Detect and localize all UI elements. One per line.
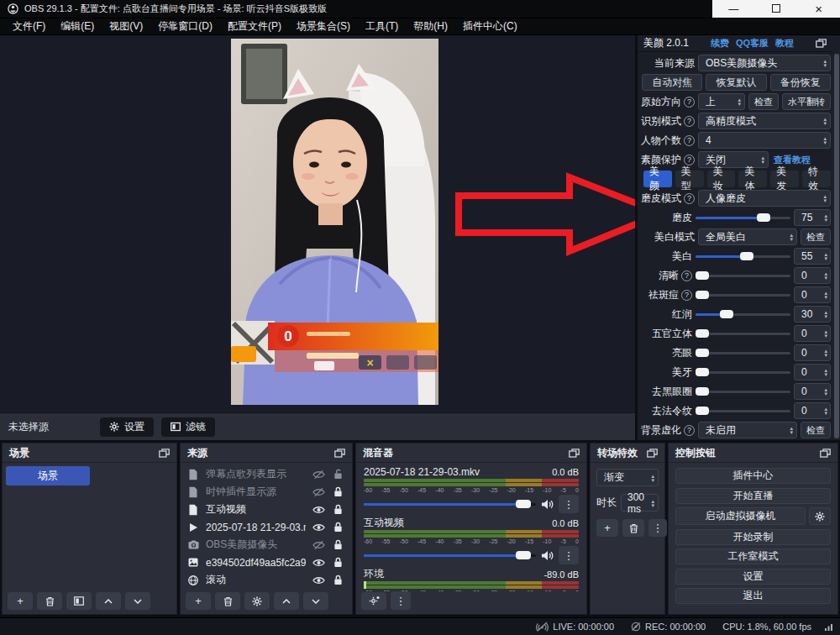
source-row[interactable]: 2025-07-18 21-29-03.mkv bbox=[181, 518, 352, 536]
start-streaming-button[interactable]: 开始直播 bbox=[675, 488, 831, 504]
volume-slider[interactable] bbox=[364, 545, 536, 565]
settings-button[interactable]: 设置 bbox=[675, 569, 831, 585]
blemish-slider[interactable] bbox=[696, 286, 790, 303]
menu-profile[interactable]: 配置文件(P) bbox=[220, 19, 289, 34]
slider-handle[interactable] bbox=[696, 407, 709, 415]
slider-handle[interactable] bbox=[720, 310, 733, 318]
eye-visible-icon[interactable] bbox=[312, 522, 325, 533]
source-row[interactable]: OBS美颜摄像头 bbox=[181, 536, 352, 554]
tab-body[interactable]: 美体 bbox=[738, 171, 767, 187]
move-source-down-button[interactable] bbox=[303, 592, 328, 610]
remove-source-button[interactable] bbox=[215, 592, 240, 610]
studio-mode-button[interactable]: 工作室模式 bbox=[675, 548, 831, 564]
menu-help[interactable]: 帮助(H) bbox=[406, 19, 455, 34]
bright-eyes-value-stepper[interactable]: 0▴▾ bbox=[794, 344, 831, 361]
slider-handle[interactable] bbox=[516, 500, 531, 508]
source-row[interactable]: 时钟插件显示源 bbox=[181, 483, 352, 501]
whiten-slider[interactable] bbox=[696, 248, 790, 265]
lock-icon[interactable] bbox=[331, 557, 344, 568]
source-row[interactable]: 弹幕点歌列表显示 bbox=[181, 465, 352, 483]
duration-stepper[interactable]: 300 ms ▴▾ bbox=[621, 494, 659, 512]
eye-visible-icon[interactable] bbox=[312, 558, 325, 568]
popout-dock-icon[interactable] bbox=[569, 449, 580, 458]
menu-tools[interactable]: 工具(T) bbox=[358, 19, 406, 34]
teeth-slider[interactable] bbox=[696, 364, 790, 380]
source-properties-button[interactable] bbox=[244, 592, 270, 610]
tab-effects[interactable]: 特效 bbox=[802, 171, 831, 187]
help-icon[interactable]: ? bbox=[684, 97, 695, 108]
menu-plugin-center[interactable]: 插件中心(C) bbox=[455, 19, 525, 34]
tab-hair[interactable]: 美发 bbox=[770, 171, 799, 187]
help-icon[interactable]: ? bbox=[684, 193, 695, 204]
move-scene-up-button[interactable] bbox=[96, 592, 121, 610]
menu-file[interactable]: 文件(F) bbox=[5, 19, 53, 34]
bright-eyes-slider[interactable] bbox=[696, 344, 790, 361]
advanced-audio-button[interactable] bbox=[361, 592, 386, 610]
menu-view[interactable]: 视图(V) bbox=[102, 19, 150, 34]
menu-scene-collection[interactable]: 场景集合(S) bbox=[289, 19, 358, 34]
clarity-value-stepper[interactable]: 0▴▾ bbox=[794, 267, 831, 284]
transition-type-select[interactable]: 渐变 ▴▾ bbox=[596, 469, 659, 486]
bg-blur-check-button[interactable]: 检查 bbox=[801, 422, 831, 438]
virtual-camera-config-button[interactable] bbox=[809, 507, 831, 525]
source-row[interactable]: 互动视频 bbox=[181, 501, 352, 518]
add-transition-button[interactable]: + bbox=[596, 519, 618, 537]
smile-lines-value-stepper[interactable]: 0▴▾ bbox=[794, 402, 831, 419]
help-icon[interactable]: ? bbox=[684, 116, 695, 127]
eye-hidden-icon[interactable] bbox=[312, 487, 325, 497]
teeth-value-stepper[interactable]: 0▴▾ bbox=[794, 364, 831, 380]
menu-edit[interactable]: 编辑(E) bbox=[53, 19, 102, 34]
lock-icon[interactable] bbox=[331, 575, 344, 585]
eye-visible-icon[interactable] bbox=[312, 575, 325, 585]
popout-dock-icon[interactable] bbox=[159, 449, 170, 458]
remove-transition-button[interactable] bbox=[622, 519, 644, 537]
plugin-center-button[interactable]: 插件中心 bbox=[675, 468, 831, 484]
minimize-button[interactable]: — bbox=[721, 1, 746, 18]
scene-list-item[interactable]: 场景 bbox=[6, 466, 90, 485]
source-filters-button[interactable]: 滤镜 bbox=[161, 417, 215, 437]
backup-restore-button[interactable]: 备份恢复 bbox=[770, 74, 831, 91]
whiten-value-stepper[interactable]: 55▴▾ bbox=[794, 248, 831, 265]
speaker-icon[interactable] bbox=[541, 499, 554, 510]
slider-handle[interactable] bbox=[757, 213, 770, 222]
slider-handle[interactable] bbox=[696, 368, 709, 376]
horizontal-flip-button[interactable]: 水平翻转 bbox=[782, 93, 831, 110]
smooth-mode-select[interactable]: 人像磨皮 ▴▾ bbox=[698, 190, 831, 207]
popout-dock-icon[interactable] bbox=[816, 39, 827, 48]
popout-dock-icon[interactable] bbox=[334, 449, 345, 458]
whiten-mode-select[interactable]: 全局美白 ▴▾ bbox=[698, 228, 797, 245]
start-virtual-camera-button[interactable]: 启动虚拟摄像机 bbox=[675, 507, 806, 525]
program-preview[interactable]: 0 × bbox=[0, 35, 635, 412]
eye-hidden-icon[interactable] bbox=[312, 540, 325, 550]
slider-handle[interactable] bbox=[696, 349, 709, 357]
remove-scene-button[interactable] bbox=[37, 592, 62, 610]
orientation-check-button[interactable]: 检查 bbox=[748, 93, 779, 110]
current-source-select[interactable]: OBS美颜摄像头 ▴▾ bbox=[698, 55, 831, 71]
tutorial-link[interactable]: 教程 bbox=[775, 37, 794, 50]
autofocus-button[interactable]: 自动对焦 bbox=[642, 74, 702, 91]
slider-handle[interactable] bbox=[696, 291, 709, 299]
speaker-icon[interactable] bbox=[541, 550, 554, 561]
contour-slider[interactable] bbox=[696, 325, 790, 342]
popout-dock-icon[interactable] bbox=[820, 449, 831, 458]
rosy-slider[interactable] bbox=[696, 306, 790, 323]
track-options-button[interactable]: ⋮ bbox=[559, 546, 579, 564]
slider-handle[interactable] bbox=[740, 252, 753, 260]
slider-handle[interactable] bbox=[696, 271, 709, 280]
lock-icon[interactable] bbox=[331, 522, 344, 533]
unlock-icon[interactable] bbox=[331, 469, 344, 480]
slider-handle[interactable] bbox=[696, 329, 709, 338]
source-row[interactable]: 滚动 bbox=[181, 571, 352, 589]
move-source-up-button[interactable] bbox=[274, 592, 299, 610]
qq-support-link[interactable]: QQ客服 bbox=[736, 37, 769, 50]
smooth-slider[interactable] bbox=[696, 209, 790, 226]
tab-makeup[interactable]: 美妆 bbox=[707, 171, 736, 187]
smile-lines-slider[interactable] bbox=[696, 402, 790, 419]
help-icon[interactable]: ? bbox=[684, 155, 695, 165]
recognition-select[interactable]: 高精度模式 ▴▾ bbox=[698, 113, 831, 129]
add-scene-button[interactable]: + bbox=[8, 592, 33, 610]
slider-handle[interactable] bbox=[696, 387, 709, 396]
maximize-button[interactable] bbox=[764, 1, 789, 18]
eye-visible-icon[interactable] bbox=[312, 505, 325, 515]
renew-link[interactable]: 续费 bbox=[711, 37, 729, 50]
